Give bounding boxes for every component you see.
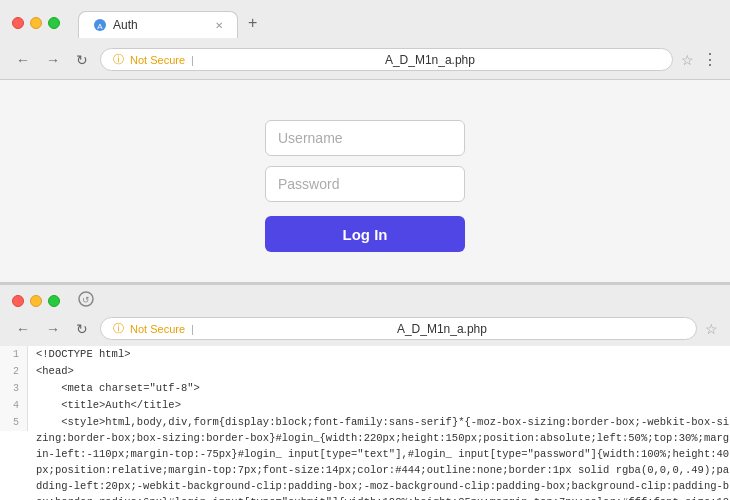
security-label-2: Not Secure (130, 323, 185, 335)
line-content: <meta charset="utf-8"> (28, 380, 730, 396)
login-panel: Log In (0, 80, 730, 284)
traffic-lights-1 (12, 17, 60, 29)
close-button-2[interactable] (12, 295, 24, 307)
source-code-view: 1<!DOCTYPE html>2<head>3 <meta charset="… (0, 346, 730, 500)
login-button[interactable]: Log In (265, 216, 465, 252)
minimize-button-2[interactable] (30, 295, 42, 307)
browser-window-1: A Auth ✕ + ← → ↻ ⓘ Not Secure | A_D_M1n_… (0, 0, 730, 80)
source-line: 5 <style>html,body,div,form{display:bloc… (0, 414, 730, 500)
tab-label: Auth (113, 18, 209, 32)
line-number: 3 (0, 380, 28, 397)
info-icon: ⓘ (113, 52, 124, 67)
tab-auth[interactable]: A Auth ✕ (78, 11, 238, 38)
line-number: 1 (0, 346, 28, 363)
svg-text:A: A (97, 22, 103, 31)
close-button[interactable] (12, 17, 24, 29)
line-content: <head> (28, 363, 730, 379)
new-tab-button[interactable]: + (238, 8, 267, 38)
url-bar-2[interactable]: ⓘ Not Secure | A_D_M1n_a.php (100, 317, 697, 340)
address-bar-1: ← → ↻ ⓘ Not Secure | A_D_M1n_a.php ☆ ⋮ (0, 44, 730, 79)
line-number: 2 (0, 363, 28, 380)
line-content: <title>Auth</title> (28, 397, 730, 413)
maximize-button[interactable] (48, 17, 60, 29)
source-line: 2<head> (0, 363, 730, 380)
url-path: A_D_M1n_a.php (200, 53, 660, 67)
traffic-lights-2 (12, 295, 60, 307)
back-button-2[interactable]: ← (12, 319, 34, 339)
refresh-button-2[interactable]: ↻ (72, 319, 92, 339)
maximize-button-2[interactable] (48, 295, 60, 307)
forward-button-2[interactable]: → (42, 319, 64, 339)
tab-close-icon[interactable]: ✕ (215, 20, 223, 31)
line-number: 4 (0, 397, 28, 414)
browser-window-2: ↺ ← → ↻ ⓘ Not Secure | A_D_M1n_a.php ☆ (0, 284, 730, 346)
password-input[interactable] (265, 166, 465, 202)
url-separator: | (191, 54, 194, 66)
bookmark-button[interactable]: ☆ (681, 52, 694, 68)
line-content: <style>html,body,div,form{display:block;… (28, 414, 730, 500)
source-line: 1<!DOCTYPE html> (0, 346, 730, 363)
svg-text:↺: ↺ (82, 295, 90, 305)
minimize-button[interactable] (30, 17, 42, 29)
line-number: 5 (0, 414, 28, 431)
forward-button[interactable]: → (42, 50, 64, 70)
tab-favicon-icon: A (93, 18, 107, 32)
url-separator-2: | (191, 323, 194, 335)
url-bar-1[interactable]: ⓘ Not Secure | A_D_M1n_a.php (100, 48, 673, 71)
tab-bar-1: A Auth ✕ + (68, 8, 277, 38)
line-content: <!DOCTYPE html> (28, 346, 730, 362)
source-line: 3 <meta charset="utf-8"> (0, 380, 730, 397)
reload-icon-2[interactable]: ↺ (78, 291, 94, 311)
menu-button[interactable]: ⋮ (702, 50, 718, 69)
title-bar-1: A Auth ✕ + (0, 0, 730, 44)
address-bar-2: ← → ↻ ⓘ Not Secure | A_D_M1n_a.php ☆ (0, 315, 730, 346)
source-line: 4 <title>Auth</title> (0, 397, 730, 414)
refresh-button[interactable]: ↻ (72, 50, 92, 70)
username-input[interactable] (265, 120, 465, 156)
info-icon-2: ⓘ (113, 321, 124, 336)
security-label: Not Secure (130, 54, 185, 66)
bookmark-button-2[interactable]: ☆ (705, 321, 718, 337)
url-path-2: A_D_M1n_a.php (200, 322, 684, 336)
title-bar-2: ↺ (0, 285, 730, 315)
back-button[interactable]: ← (12, 50, 34, 70)
